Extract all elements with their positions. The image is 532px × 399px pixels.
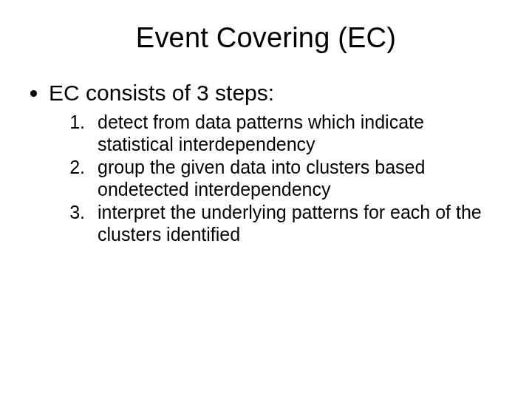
step-item: detect from data patterns which indicate… bbox=[90, 112, 497, 155]
step-item: group the given data into clusters based… bbox=[90, 157, 497, 200]
slide: Event Covering (EC) EC consists of 3 ste… bbox=[0, 0, 532, 399]
steps-list: detect from data patterns which indicate… bbox=[49, 112, 497, 245]
slide-title: Event Covering (EC) bbox=[35, 22, 497, 54]
content-list: EC consists of 3 steps: detect from data… bbox=[35, 81, 497, 245]
step-item: interpret the underlying patterns for ea… bbox=[90, 202, 497, 245]
intro-text: EC consists of 3 steps: bbox=[49, 81, 274, 105]
intro-bullet: EC consists of 3 steps: detect from data… bbox=[49, 81, 497, 245]
